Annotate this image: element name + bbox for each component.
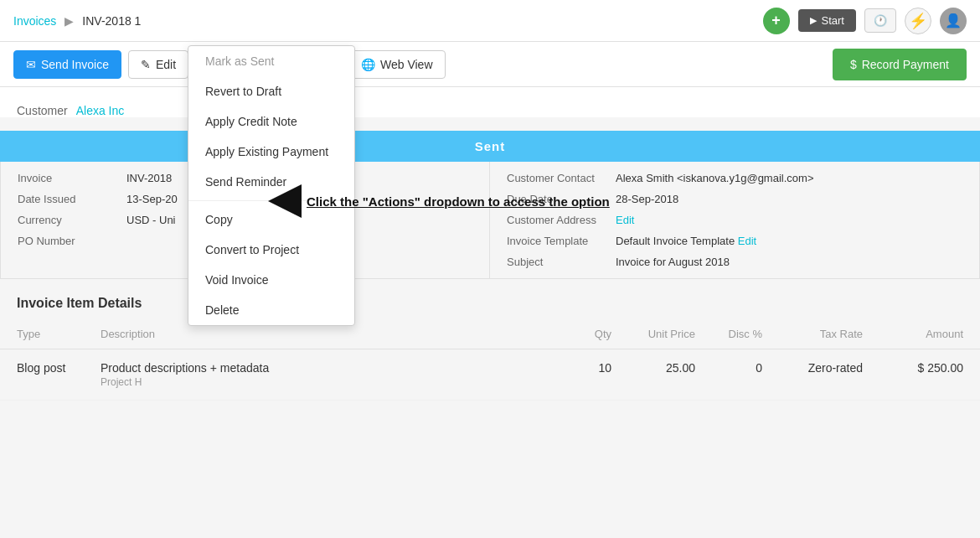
- cell-disc: 0: [712, 361, 779, 375]
- breadcrumb: Invoices ▶ INV-2018 1: [13, 14, 141, 28]
- record-payment-label: Record Payment: [862, 58, 949, 71]
- main-content: Customer Alexa Inc: [0, 87, 980, 117]
- invoice-label: Invoice: [18, 172, 126, 184]
- table-row: Blog post Product descriptions + metadat…: [0, 349, 980, 401]
- po-number-label: PO Number: [18, 235, 126, 247]
- dropdown-item-delete[interactable]: Delete: [188, 295, 354, 325]
- col-header-description: Description: [101, 328, 561, 340]
- breadcrumb-current: INV-2018 1: [82, 14, 141, 28]
- status-bar: Sent: [0, 131, 980, 162]
- dropdown-item-convert-to-project[interactable]: Convert to Project: [188, 235, 354, 265]
- col-header-unit-price: Unit Price: [628, 328, 712, 340]
- globe-icon: 🌐: [361, 58, 375, 71]
- breadcrumb-separator: ▶: [64, 14, 74, 28]
- cell-qty: 10: [561, 361, 628, 375]
- cell-type: Blog post: [17, 361, 101, 375]
- due-date-value: 28-Sep-2018: [616, 193, 678, 205]
- start-label: Start: [822, 14, 844, 27]
- date-issued-label: Date Issued: [18, 193, 126, 205]
- currency-value: USD - Uni: [126, 214, 176, 226]
- subject-label: Subject: [507, 256, 616, 268]
- customer-address-edit-link[interactable]: Edit: [616, 214, 634, 226]
- subject-value: Invoice for August 2018: [616, 256, 730, 268]
- dropdown-item-revert-to-draft[interactable]: Revert to Draft: [188, 76, 354, 106]
- customer-contact-value: Alexa Smith <iskanova.y1g@gmail.com>: [616, 172, 813, 184]
- edit-label: Edit: [156, 58, 176, 71]
- dropdown-item-apply-existing-payment[interactable]: Apply Existing Payment: [188, 137, 354, 167]
- cell-unit-price: 25.00: [628, 361, 712, 375]
- cell-description-main: Product descriptions + metadata: [101, 361, 561, 375]
- customer-contact-label: Customer Contact: [507, 172, 616, 184]
- annotation-text: Click the "Actions" dropdown to access t…: [307, 194, 610, 209]
- col-header-tax-rate: Tax Rate: [779, 328, 879, 340]
- toolbar-right: $ Record Payment: [833, 49, 967, 80]
- web-view-label: Web View: [380, 58, 433, 71]
- customer-row: Customer Alexa Inc: [17, 104, 963, 117]
- cell-description: Product descriptions + metadata Project …: [101, 361, 561, 388]
- info-row-customer-contact: Customer Contact Alexa Smith <iskanova.y…: [507, 172, 962, 184]
- user-avatar[interactable]: 👤: [940, 8, 967, 34]
- annotation-container: Click the "Actions" dropdown to access t…: [268, 184, 610, 218]
- cell-description-sub: Project H: [101, 376, 561, 388]
- dollar-icon: $: [850, 58, 857, 71]
- info-row-subject: Subject Invoice for August 2018: [507, 256, 962, 268]
- arrow-icon: [268, 184, 302, 218]
- status-label: Sent: [475, 139, 506, 153]
- invoice-value: INV-2018: [126, 172, 172, 184]
- invoice-items-section-title: Invoice Item Details: [17, 296, 963, 311]
- clock-button[interactable]: 🕐: [864, 8, 896, 33]
- currency-label: Currency: [18, 214, 126, 226]
- dropdown-item-void-invoice[interactable]: Void Invoice: [188, 265, 354, 295]
- info-grid: Invoice INV-2018 Date Issued 13-Sep-20 C…: [0, 162, 980, 279]
- play-icon: ▶: [810, 15, 817, 26]
- toolbar: ✉ Send Invoice ✎ Edit Actions ▾ 🖨 PDF 🌐 …: [0, 42, 980, 87]
- cell-amount: $ 250.00: [879, 361, 963, 375]
- date-issued-value: 13-Sep-20: [126, 193, 178, 205]
- web-view-button[interactable]: 🌐 Web View: [348, 50, 446, 79]
- nav-actions: + ▶ Start 🕐 ⚡ 👤: [763, 8, 967, 34]
- invoices-link[interactable]: Invoices: [13, 14, 56, 28]
- edit-button[interactable]: ✎ Edit: [128, 50, 188, 79]
- invoice-template-edit-link[interactable]: Edit: [738, 235, 756, 247]
- record-payment-button[interactable]: $ Record Payment: [833, 49, 967, 80]
- col-header-qty: Qty: [561, 328, 628, 340]
- email-icon: ✉: [26, 58, 36, 71]
- send-invoice-label: Send Invoice: [41, 58, 109, 71]
- col-header-type: Type: [17, 328, 101, 340]
- customer-label: Customer: [17, 104, 68, 117]
- invoice-template-label: Invoice Template: [507, 235, 616, 247]
- send-invoice-button[interactable]: ✉ Send Invoice: [13, 50, 121, 79]
- info-col-right: Customer Contact Alexa Smith <iskanova.y…: [490, 162, 979, 278]
- top-nav: Invoices ▶ INV-2018 1 + ▶ Start 🕐 ⚡ 👤: [0, 0, 980, 42]
- customer-link[interactable]: Alexa Inc: [76, 104, 125, 117]
- invoice-template-value: Default Invoice Template: [616, 235, 738, 247]
- lightning-button[interactable]: ⚡: [905, 8, 931, 34]
- col-header-amount: Amount: [879, 328, 963, 340]
- cell-tax-rate: Zero-rated: [779, 361, 879, 375]
- dropdown-item-mark-as-sent[interactable]: Mark as Sent: [188, 46, 354, 76]
- table-header: Type Description Qty Unit Price Disc % T…: [0, 319, 980, 349]
- start-button[interactable]: ▶ Start: [798, 9, 856, 32]
- edit-icon: ✎: [141, 58, 151, 71]
- add-button[interactable]: +: [763, 8, 790, 34]
- dropdown-item-apply-credit-note[interactable]: Apply Credit Note: [188, 106, 354, 137]
- col-header-disc: Disc %: [712, 328, 779, 340]
- info-row-invoice-template: Invoice Template Default Invoice Templat…: [507, 235, 962, 247]
